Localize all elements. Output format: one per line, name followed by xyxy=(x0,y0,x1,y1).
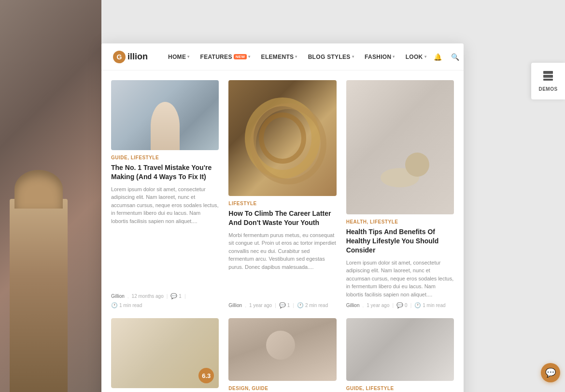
demos-panel[interactable]: DEMOS xyxy=(531,63,565,99)
article-1-title[interactable]: The No. 1 Travel Mistake You're Making (… xyxy=(111,163,219,182)
article-2-readtime: 🕐 2 min read xyxy=(297,302,328,308)
nav-links: HOME ▾ FEATURES NEW ▾ ELEMENTS ▾ BLOG ST… xyxy=(163,51,431,63)
blog-grid: GUIDE, LIFESTYLE The No. 1 Travel Mistak… xyxy=(101,70,464,392)
article-1-readtime: 🕐 1 min read xyxy=(111,302,142,308)
nav-home[interactable]: HOME ▾ xyxy=(163,51,195,63)
logo-text: illion xyxy=(127,52,148,62)
search-button[interactable]: 🔍 xyxy=(449,50,462,64)
article-2-img-bg xyxy=(228,80,336,196)
elements-caret: ▾ xyxy=(295,55,297,59)
article-3-category: HEALTH, LIFESTYLE xyxy=(346,219,454,224)
article-6-category: GUIDE, LIFESTYLE xyxy=(346,386,454,391)
features-badge: NEW xyxy=(234,54,247,59)
article-card-2: LIFESTYLE How To Climb The Career Latter… xyxy=(228,80,336,308)
blog-styles-caret: ▾ xyxy=(352,55,354,59)
nav-fashion[interactable]: FASHION ▾ xyxy=(360,51,400,63)
article-1-time: 12 months ago xyxy=(132,294,164,299)
article-1-category: GUIDE, LIFESTYLE xyxy=(111,155,219,160)
article-1-comments: 💬 1 xyxy=(170,293,182,299)
article-card-6: GUIDE, LIFESTYLE xyxy=(346,318,454,392)
article-5-content: DESIGN, GUIDE xyxy=(228,381,336,392)
article-4-image[interactable]: 6.3 xyxy=(111,318,219,388)
article-card-1: GUIDE, LIFESTYLE The No. 1 Travel Mistak… xyxy=(111,80,219,308)
svg-rect-2 xyxy=(543,79,553,81)
article-1-content: GUIDE, LIFESTYLE The No. 1 Travel Mistak… xyxy=(111,150,219,308)
article-2-content: LIFESTYLE How To Climb The Career Latter… xyxy=(228,196,336,308)
nav-elements[interactable]: ELEMENTS ▾ xyxy=(256,51,302,63)
article-1-meta: Gillion , 12 months ago | 💬 1 | 🕐 1 min … xyxy=(111,293,219,308)
main-content-panel: G illion HOME ▾ FEATURES NEW ▾ ELEMENTS … xyxy=(101,43,464,392)
article-card-3: HEALTH, LIFESTYLE Health Tips And Benefi… xyxy=(346,80,454,308)
article-2-author: Gillion xyxy=(228,303,242,308)
article-2-image[interactable] xyxy=(228,80,336,196)
article-2-category: LIFESTYLE xyxy=(228,201,336,206)
article-1-img-bg xyxy=(111,80,219,150)
article-2-title[interactable]: How To Climb The Career Latter And Don't… xyxy=(228,209,336,227)
article-2-meta: Gillion , 1 year ago | 💬 1 | 🕐 2 min rea… xyxy=(228,302,336,308)
article-2-comments: 💬 1 xyxy=(279,302,290,308)
home-caret: ▾ xyxy=(187,55,189,59)
logo-icon: G xyxy=(113,51,126,63)
fashion-caret: ▾ xyxy=(393,55,395,59)
nav-look[interactable]: LOOK ▾ xyxy=(401,51,431,63)
chat-icon: 💬 xyxy=(545,367,556,378)
chat-bubble[interactable]: 💬 xyxy=(541,363,560,382)
logo[interactable]: G illion xyxy=(113,51,148,63)
article-3-title[interactable]: Health Tips And Benefits Of Healthy Life… xyxy=(346,227,454,255)
article-5-category: DESIGN, GUIDE xyxy=(228,386,336,391)
article-3-time: 1 year ago xyxy=(367,303,389,308)
article-3-comments: 💬 0 xyxy=(396,302,408,308)
article-1-excerpt: Lorem ipsum dolor sit amet, consectetur … xyxy=(111,185,219,289)
article-4-content: COOKING, FOOD Heartwarming Dishes That W… xyxy=(111,388,219,392)
article-card-5: DESIGN, GUIDE xyxy=(228,318,336,392)
article-3-image[interactable] xyxy=(346,80,454,214)
article-6-image[interactable] xyxy=(346,318,454,381)
article-5-img-bg xyxy=(228,318,336,381)
article-6-img-bg xyxy=(346,318,454,381)
article-5-image[interactable] xyxy=(228,318,336,381)
look-caret: ▾ xyxy=(424,55,426,59)
article-2-time: 1 year ago xyxy=(249,303,272,308)
article-3-content: HEALTH, LIFESTYLE Health Tips And Benefi… xyxy=(346,214,454,308)
demos-label: DEMOS xyxy=(538,86,557,92)
nav-features[interactable]: FEATURES NEW ▾ xyxy=(196,51,255,63)
nav-blog-styles[interactable]: BLOG STYLES ▾ xyxy=(303,51,359,63)
article-3-readtime: 🕐 1 min read xyxy=(414,302,445,308)
article-3-meta: Gillion , 1 year ago | 💬 0 | 🕐 1 min rea… xyxy=(346,302,454,308)
article-1-image[interactable] xyxy=(111,80,219,150)
notification-button[interactable]: 🔔 xyxy=(431,50,445,64)
article-3-excerpt: Lorem ipsum dolor sit amet, consectetur … xyxy=(346,259,454,299)
svg-rect-1 xyxy=(543,75,553,78)
demos-icon xyxy=(543,70,553,84)
article-card-4: 6.3 COOKING, FOOD Heartwarming Dishes Th… xyxy=(111,318,219,392)
article-2-excerpt: Morbi fermentum purus metus, eu consequa… xyxy=(228,231,336,298)
article-3-author: Gillion xyxy=(346,303,360,308)
article-1-author: Gillion xyxy=(111,294,125,299)
article-3-img-bg xyxy=(346,80,454,214)
features-caret: ▾ xyxy=(248,55,250,59)
background-image xyxy=(0,0,101,392)
nav-icons: 🔔 🔍 ⬆ 🛒 0 👤 0 xyxy=(431,50,464,64)
article-6-content: GUIDE, LIFESTYLE xyxy=(346,381,454,392)
svg-rect-0 xyxy=(543,71,553,74)
navbar: G illion HOME ▾ FEATURES NEW ▾ ELEMENTS … xyxy=(101,43,464,70)
